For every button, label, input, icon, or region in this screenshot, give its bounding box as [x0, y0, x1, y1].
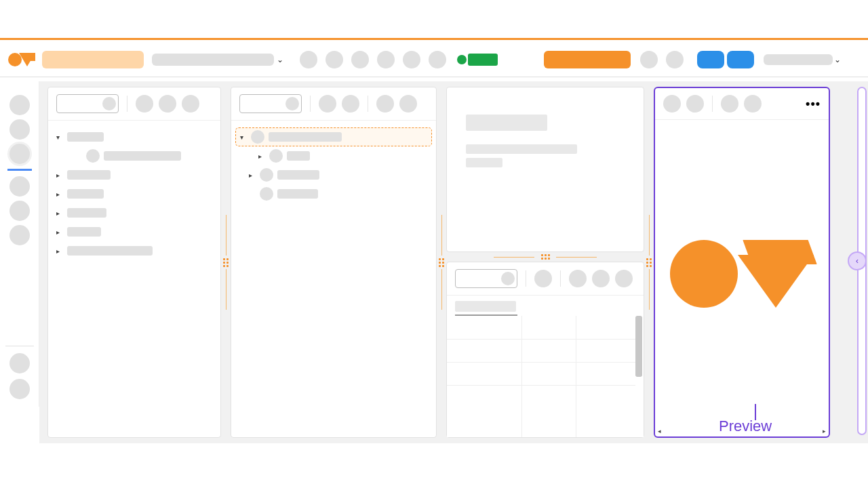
tree-row[interactable]: ▾ [52, 127, 216, 146]
tree-row[interactable]: ▸ [235, 146, 432, 165]
caret-icon[interactable]: ▸ [56, 247, 63, 255]
form-field-0 [466, 115, 547, 131]
tree-row[interactable]: ▸ [52, 241, 216, 260]
status-label [468, 54, 498, 66]
rail-item-5[interactable] [9, 225, 30, 245]
rail-item-0[interactable] [9, 95, 30, 115]
node-label [277, 189, 318, 199]
panel-2-selector[interactable] [239, 94, 302, 113]
rail-bottom-1[interactable] [9, 379, 30, 399]
expand-right-panel-icon[interactable]: ‹ [848, 251, 867, 270]
panel-3b-action-1[interactable] [534, 270, 552, 287]
caret-icon[interactable]: ▸ [56, 228, 63, 236]
rail-bottom-0[interactable] [9, 353, 30, 373]
node-label [104, 151, 181, 161]
panel-3-group [446, 87, 644, 438]
panel-1-action-2[interactable] [159, 95, 176, 113]
rail-bottom [0, 339, 39, 481]
caret-icon[interactable]: ▸ [56, 209, 63, 217]
tree-row[interactable] [52, 146, 216, 165]
node-label [67, 189, 104, 199]
header-action-1[interactable] [300, 51, 317, 68]
tree-row[interactable]: ▸ [235, 165, 432, 184]
caret-icon[interactable]: ▾ [56, 134, 63, 141]
caret-icon[interactable]: ▸ [249, 171, 256, 179]
header-action-5[interactable] [403, 51, 420, 68]
caret-icon[interactable]: ▸ [258, 152, 265, 160]
right-collapsed-panel[interactable]: ‹ [857, 87, 867, 435]
blue-action-1[interactable] [697, 51, 724, 68]
panel-2-action-1[interactable] [319, 95, 336, 113]
tree-row[interactable]: ▾ [235, 127, 432, 146]
accent-bar [0, 38, 868, 40]
panel-3b-selector[interactable] [455, 269, 517, 288]
chevron-down-icon[interactable]: ⌄ [277, 55, 283, 64]
node-label [67, 132, 104, 142]
header-action-2[interactable] [326, 51, 343, 68]
tree-row[interactable] [235, 184, 432, 203]
header-action-8[interactable] [666, 51, 684, 68]
header-action-3[interactable] [351, 51, 369, 68]
header-action-4[interactable] [377, 51, 395, 68]
row-resize[interactable] [446, 252, 644, 262]
app-header: ⌄ ⌄ [0, 42, 868, 77]
blue-action-2[interactable] [727, 51, 754, 68]
preview-action-4[interactable] [744, 95, 762, 113]
panel-2-action-2[interactable] [342, 95, 359, 113]
preview-logo-shape [738, 240, 814, 308]
node-label [67, 208, 106, 218]
panel-2-action-3[interactable] [376, 95, 394, 113]
header-dropdown-1[interactable] [152, 54, 274, 66]
more-icon[interactable]: ••• [806, 97, 821, 111]
preview-action-3[interactable] [721, 95, 738, 113]
panel-3b-tabs [447, 296, 644, 316]
caret-icon[interactable]: ▸ [56, 171, 63, 179]
tab-label[interactable] [455, 301, 516, 312]
grid-scrollbar[interactable] [635, 316, 642, 377]
tree-row[interactable]: ▸ [52, 222, 216, 241]
column-resize-2[interactable] [437, 87, 446, 438]
rail-item-3[interactable] [9, 176, 30, 197]
header-dropdown-2[interactable] [764, 54, 833, 65]
rail-item-4[interactable] [9, 201, 30, 221]
panel-3-bottom [446, 262, 644, 438]
panel-1-header [48, 87, 220, 121]
tree-row[interactable]: ▸ [52, 165, 216, 184]
panel-3b-header [447, 262, 644, 296]
form-field-2 [466, 158, 502, 167]
status-indicator-icon [457, 55, 467, 64]
panel-3b-action-2[interactable] [569, 270, 587, 287]
panel-3b-action-4[interactable] [615, 270, 633, 287]
tree-row[interactable]: ▸ [52, 184, 216, 203]
panel-2-header [231, 87, 436, 121]
panel-2-tree: ▾▸▸ [231, 121, 436, 210]
node-label [67, 170, 111, 180]
tree-row[interactable]: ▸ [52, 203, 216, 222]
panel-3b-action-3[interactable] [592, 270, 610, 287]
data-grid[interactable] [447, 316, 644, 437]
header-action-7[interactable] [640, 51, 658, 68]
caret-icon[interactable]: ▸ [56, 190, 63, 198]
rail-item-2[interactable] [9, 144, 30, 164]
panel-2-action-4[interactable] [399, 95, 417, 113]
chevron-down-icon[interactable]: ⌄ [834, 55, 841, 64]
column-resize-1[interactable] [221, 87, 231, 438]
preview-content [655, 120, 829, 428]
caret-icon[interactable]: ▾ [240, 134, 247, 141]
preview-callout-label: Preview [719, 418, 772, 435]
panel-1-selector[interactable] [56, 94, 119, 113]
scroll-right-icon[interactable]: ▸ [823, 428, 826, 434]
preview-panel: ••• ◂ ▸ [654, 87, 830, 438]
rail-item-1[interactable] [9, 119, 30, 140]
node-label [269, 132, 342, 142]
header-action-6[interactable] [429, 51, 446, 68]
scroll-left-icon[interactable]: ◂ [658, 428, 661, 434]
preview-action-1[interactable] [663, 95, 681, 113]
panel-2: ▾▸▸ [231, 87, 437, 438]
workspace-selector[interactable] [42, 51, 144, 68]
preview-action-2[interactable] [686, 95, 704, 113]
panel-1-action-3[interactable] [182, 95, 199, 113]
primary-action-button[interactable] [544, 51, 631, 68]
panel-1-action-1[interactable] [136, 95, 153, 113]
column-resize-3[interactable] [644, 87, 654, 438]
